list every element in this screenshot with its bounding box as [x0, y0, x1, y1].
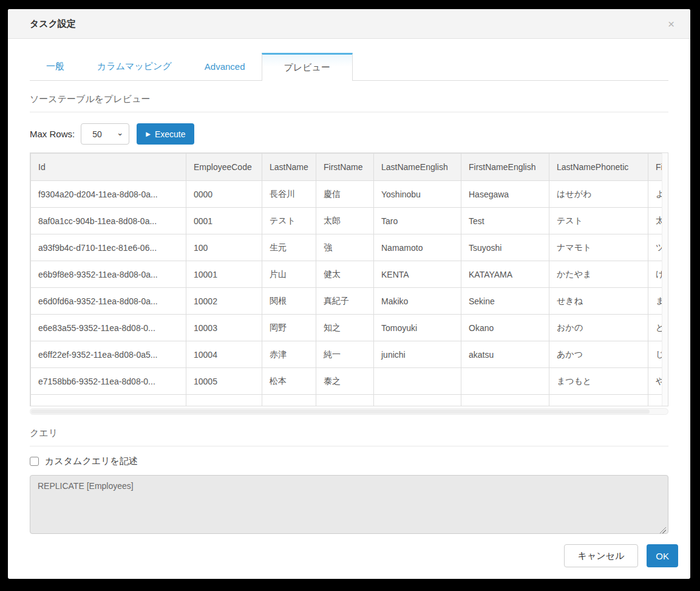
query-section-title: クエリ	[30, 428, 668, 446]
table-cell: Makiko	[374, 288, 461, 315]
max-rows-select[interactable]: 50 ⌄	[81, 123, 129, 145]
table-cell: ツヨ	[648, 234, 662, 261]
resize-handle-icon[interactable]	[660, 527, 666, 533]
table-cell: まつもと	[549, 368, 648, 395]
table-cell: 0000	[186, 181, 262, 208]
table-cell	[461, 368, 549, 395]
table-cell: やす	[648, 368, 662, 395]
table-cell	[648, 395, 662, 406]
vertical-scrollbar[interactable]	[662, 153, 668, 406]
table-row: f9304a20-d204-11ea-8d08-0a...0000長谷川慶信Yo…	[31, 181, 662, 208]
column-header: FirstName	[316, 154, 374, 181]
column-header: FirstNameEnglish	[461, 154, 549, 181]
table-cell: Namamoto	[374, 234, 461, 261]
table-cell: Hasegawa	[461, 181, 549, 208]
table-cell: KENTA	[374, 261, 461, 288]
query-textarea[interactable]: REPLICATE [Employees]	[30, 475, 668, 534]
tab-1[interactable]: カラムマッピング	[81, 53, 188, 80]
column-header: LastNameEnglish	[374, 154, 461, 181]
table-cell: 強	[316, 234, 374, 261]
table-cell: テスト	[549, 208, 648, 234]
tab-2[interactable]: Advanced	[188, 53, 262, 80]
horizontal-scrollbar-thumb[interactable]	[31, 409, 650, 414]
ok-button[interactable]: OK	[647, 544, 678, 567]
table-cell: Yoshinobu	[374, 181, 461, 208]
max-rows-label: Max Rows:	[30, 129, 75, 139]
table-cell: Tsuyoshi	[461, 234, 549, 261]
dialog-header: タスク設定 ×	[8, 9, 690, 39]
preview-table-head-row: IdEmployeeCodeLastNameFirstNameLastNameE…	[31, 154, 662, 181]
custom-query-label: カスタムクエリを記述	[45, 456, 138, 467]
table-cell	[316, 395, 374, 406]
table-cell: e7158bb6-9352-11ea-8d08-0...	[31, 368, 186, 395]
table-cell: 知之	[316, 315, 374, 341]
table-cell: せきね	[549, 288, 648, 315]
table-cell	[374, 395, 461, 406]
task-settings-dialog: タスク設定 × 一般カラムマッピングAdvancedプレビュー ソーステーブルを…	[8, 9, 690, 579]
table-cell: 100	[186, 234, 262, 261]
table-cell: a93f9b4c-d710-11ec-81e6-06...	[31, 234, 186, 261]
close-icon[interactable]: ×	[668, 18, 675, 30]
table-cell: e6e83a55-9352-11ea-8d08-0...	[31, 315, 186, 341]
table-cell: 松本	[262, 368, 316, 395]
table-cell: テスト	[262, 208, 316, 234]
table-cell: e6d0fd6a-9352-11ea-8d08-0a...	[31, 288, 186, 315]
table-cell: e6b9f8e8-9352-11ea-8d08-0a...	[31, 261, 186, 288]
query-textarea-wrap: REPLICATE [Employees]	[30, 467, 668, 536]
preview-section-title: ソーステーブルをプレビュー	[30, 94, 668, 112]
preview-table-container: IdEmployeeCodeLastNameFirstNameLastNameE…	[30, 152, 668, 406]
table-cell: けん	[648, 261, 662, 288]
custom-query-row: カスタムクエリを記述	[30, 456, 668, 467]
table-cell: はせがわ	[549, 181, 648, 208]
tab-active-3[interactable]: プレビュー	[262, 53, 353, 81]
table-cell: よし	[648, 181, 662, 208]
table-cell: 0001	[186, 208, 262, 234]
table-row: a93f9b4c-d710-11ec-81e6-06...100生元強Namam…	[31, 234, 662, 261]
preview-table: IdEmployeeCodeLastNameFirstNameLastNameE…	[30, 153, 662, 406]
table-cell: f9304a20-d204-11ea-8d08-0a...	[31, 181, 186, 208]
table-cell: 10002	[186, 288, 262, 315]
table-cell	[31, 395, 186, 406]
execute-button-label: Execute	[155, 129, 186, 139]
preview-table-body: f9304a20-d204-11ea-8d08-0a...0000長谷川慶信Yo…	[31, 181, 662, 406]
table-cell: 10005	[186, 368, 262, 395]
dialog-footer: キャンセル OK	[8, 544, 690, 579]
table-cell: 岡野	[262, 315, 316, 341]
table-cell: ナマモト	[549, 234, 648, 261]
column-header: LastNamePhonetic	[549, 154, 648, 181]
table-row: 8af0a1cc-904b-11ea-8d08-0a...0001テスト太郎Ta…	[31, 208, 662, 234]
table-cell: 片山	[262, 261, 316, 288]
chevron-down-icon: ⌄	[117, 128, 123, 137]
table-cell: 10004	[186, 341, 262, 368]
table-cell: あかつ	[549, 341, 648, 368]
table-cell: 健太	[316, 261, 374, 288]
table-row: e6e83a55-9352-11ea-8d08-0...10003岡野知之Tom…	[31, 315, 662, 341]
table-cell: かたやま	[549, 261, 648, 288]
column-header: Id	[31, 154, 186, 181]
table-cell: まき	[648, 288, 662, 315]
tab-0[interactable]: 一般	[30, 53, 81, 80]
table-cell: おかの	[549, 315, 648, 341]
table-cell	[186, 395, 262, 406]
table-cell: 赤津	[262, 341, 316, 368]
cancel-button[interactable]: キャンセル	[564, 544, 639, 567]
table-cell: 泰之	[316, 368, 374, 395]
table-cell: 10003	[186, 315, 262, 341]
table-cell: 太郎	[648, 208, 662, 234]
column-header: EmployeeCode	[186, 154, 262, 181]
column-header: LastName	[262, 154, 316, 181]
table-cell	[374, 368, 461, 395]
table-row: e6d0fd6a-9352-11ea-8d08-0a...10002関根真紀子M…	[31, 288, 662, 315]
tab-bar: 一般カラムマッピングAdvancedプレビュー	[30, 53, 668, 81]
table-row	[31, 395, 662, 406]
table-cell: 長谷川	[262, 181, 316, 208]
table-cell: Tomoyuki	[374, 315, 461, 341]
dialog-title: タスク設定	[30, 18, 76, 30]
table-cell: 10001	[186, 261, 262, 288]
execute-button[interactable]: ▶ Execute	[137, 123, 194, 145]
table-cell: 生元	[262, 234, 316, 261]
custom-query-checkbox[interactable]	[30, 457, 39, 466]
dialog-body: 一般カラムマッピングAdvancedプレビュー ソーステーブルをプレビュー Ma…	[8, 39, 690, 544]
horizontal-scrollbar[interactable]	[30, 408, 668, 415]
table-cell: KATAYAMA	[461, 261, 549, 288]
